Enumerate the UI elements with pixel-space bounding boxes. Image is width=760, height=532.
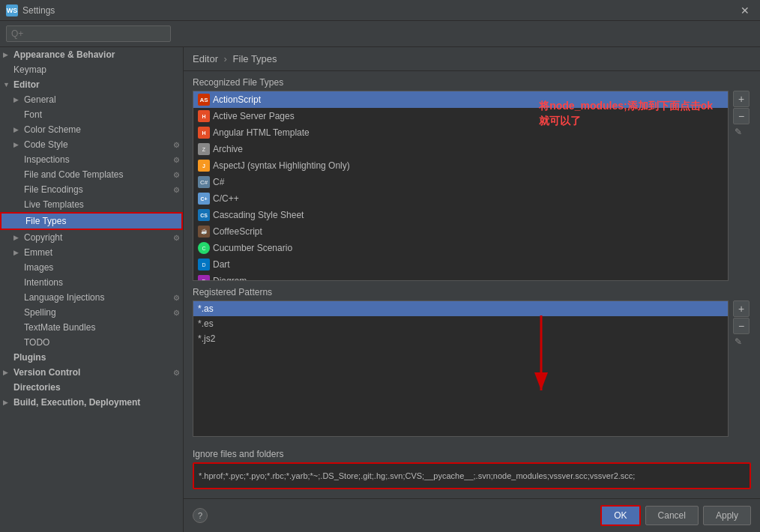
gear-icon: ⚙ bbox=[173, 186, 180, 194]
sidebar-item-label: Keymap bbox=[13, 64, 180, 75]
ignore-files-input[interactable] bbox=[193, 462, 751, 489]
list-item-label: C# bbox=[213, 177, 224, 187]
sidebar-item-label: File Types bbox=[25, 216, 178, 226]
sidebar-item-label: Inspections bbox=[24, 154, 170, 165]
sidebar-item-label: Copyright bbox=[24, 232, 170, 243]
filetype-icon: J bbox=[198, 160, 210, 172]
list-item[interactable]: D Diagram bbox=[193, 273, 728, 281]
list-item[interactable]: Z Archive bbox=[193, 141, 728, 157]
list-item[interactable]: C# C# bbox=[193, 174, 728, 190]
gear-icon: ⚙ bbox=[173, 309, 180, 317]
remove-pattern-button[interactable]: − bbox=[733, 318, 750, 334]
sidebar-item-language-injections[interactable]: Language Injections ⚙ bbox=[0, 290, 183, 305]
sidebar-item-label: Directories bbox=[13, 382, 180, 393]
list-item-label: C/C++ bbox=[213, 193, 239, 204]
sidebar-item-code-style[interactable]: ▶ Code Style ⚙ bbox=[0, 137, 183, 152]
file-types-side-buttons: + − ✎ bbox=[732, 91, 751, 281]
gear-icon: ⚙ bbox=[173, 156, 180, 164]
list-item[interactable]: C+ C/C++ bbox=[193, 190, 728, 207]
sidebar-item-images[interactable]: Images bbox=[0, 260, 183, 275]
app-icon: WS bbox=[6, 4, 18, 16]
sidebar-item-label: TextMate Bundles bbox=[24, 322, 180, 333]
content-area: Recognized File Types AS ActionScript H … bbox=[184, 71, 760, 498]
sidebar-item-version-control[interactable]: ▶ Version Control ⚙ bbox=[0, 365, 183, 380]
patterns-list-area: *.as *.es *.js2 + − ✎ bbox=[193, 300, 751, 437]
sidebar-item-copyright[interactable]: ▶ Copyright ⚙ bbox=[0, 230, 183, 245]
remove-file-type-button[interactable]: − bbox=[733, 108, 750, 124]
add-file-type-button[interactable]: + bbox=[733, 91, 750, 107]
patterns-section: Registered Patterns *.as *.es *.js2 bbox=[193, 287, 751, 437]
sidebar-item-live-templates[interactable]: Live Templates bbox=[0, 197, 183, 212]
recognized-file-types-list[interactable]: AS ActionScript H Active Server Pages H … bbox=[193, 91, 729, 281]
apply-button[interactable]: Apply bbox=[703, 506, 751, 525]
filetype-icon: C# bbox=[198, 176, 210, 188]
sidebar-item-color-scheme[interactable]: ▶ Color Scheme bbox=[0, 122, 183, 137]
list-item[interactable]: *.js2 bbox=[193, 331, 728, 346]
breadcrumb-separator: › bbox=[224, 53, 227, 64]
title-bar: WS Settings ✕ bbox=[0, 0, 760, 21]
list-item-label: *.js2 bbox=[198, 333, 215, 344]
sidebar-item-build-execution[interactable]: ▶ Build, Execution, Deployment bbox=[0, 395, 183, 410]
sidebar-item-font[interactable]: Font bbox=[0, 107, 183, 122]
filetype-icon: C bbox=[198, 242, 210, 254]
sidebar-item-spelling[interactable]: Spelling ⚙ bbox=[0, 305, 183, 320]
list-item[interactable]: CS Cascading Style Sheet bbox=[193, 207, 728, 223]
list-item-label: Cucumber Scenario bbox=[213, 243, 292, 253]
sidebar-item-label: File and Code Templates bbox=[24, 169, 170, 180]
sidebar-item-editor[interactable]: ▼ Editor bbox=[0, 77, 183, 92]
sidebar-item-emmet[interactable]: ▶ Emmet bbox=[0, 245, 183, 260]
list-item-label: CoffeeScript bbox=[213, 226, 262, 237]
sidebar-item-label: Editor bbox=[13, 79, 180, 90]
sidebar-item-appearance[interactable]: ▶ Appearance & Behavior bbox=[0, 47, 183, 62]
filetype-icon: H bbox=[198, 110, 210, 122]
filetype-icon: D bbox=[198, 259, 210, 270]
list-item-label: *.as bbox=[198, 303, 214, 314]
list-item[interactable]: C Cucumber Scenario bbox=[193, 240, 728, 256]
list-item-label: AspectJ (syntax Highlighting Only) bbox=[213, 160, 350, 171]
sidebar-item-file-code-templates[interactable]: File and Code Templates ⚙ bbox=[0, 167, 183, 182]
gear-icon: ⚙ bbox=[173, 294, 180, 302]
add-pattern-button[interactable]: + bbox=[733, 300, 750, 317]
sidebar-item-file-types[interactable]: File Types bbox=[0, 212, 183, 230]
sidebar-item-plugins[interactable]: Plugins bbox=[0, 350, 183, 365]
close-button[interactable]: ✕ bbox=[736, 3, 754, 18]
sidebar-item-general[interactable]: ▶ General bbox=[0, 92, 183, 107]
sidebar-item-textmate-bundles[interactable]: TextMate Bundles bbox=[0, 320, 183, 335]
arrow-icon: ▼ bbox=[3, 81, 13, 88]
arrow-icon: ▶ bbox=[3, 51, 13, 58]
settings-dialog: ▶ Appearance & Behavior Keymap ▼ Editor … bbox=[0, 21, 760, 532]
list-item[interactable]: *.es bbox=[193, 316, 728, 331]
sidebar-item-directories[interactable]: Directories bbox=[0, 380, 183, 395]
sidebar-item-label: General bbox=[24, 94, 180, 105]
list-item[interactable]: AS ActionScript bbox=[193, 91, 728, 108]
sidebar-item-file-encodings[interactable]: File Encodings ⚙ bbox=[0, 182, 183, 197]
breadcrumb: Editor › File Types bbox=[184, 47, 760, 71]
list-item-label: Angular HTML Template bbox=[213, 127, 310, 138]
list-item[interactable]: H Active Server Pages bbox=[193, 108, 728, 124]
help-button[interactable]: ? bbox=[193, 508, 208, 523]
breadcrumb-file-types: File Types bbox=[233, 53, 277, 64]
search-input[interactable] bbox=[6, 25, 171, 42]
sidebar-item-keymap[interactable]: Keymap bbox=[0, 62, 183, 77]
sidebar-item-label: Appearance & Behavior bbox=[13, 49, 180, 60]
list-item[interactable]: *.as bbox=[193, 301, 728, 316]
sidebar-item-label: Spelling bbox=[24, 307, 170, 318]
arrow-icon: ▶ bbox=[13, 234, 24, 241]
sidebar-item-intentions[interactable]: Intentions bbox=[0, 275, 183, 290]
gear-icon: ⚙ bbox=[173, 141, 180, 149]
list-item[interactable]: H Angular HTML Template bbox=[193, 124, 728, 141]
sidebar-item-inspections[interactable]: Inspections ⚙ bbox=[0, 152, 183, 167]
sidebar-item-label: Build, Execution, Deployment bbox=[13, 397, 180, 408]
list-item[interactable]: ☕ CoffeeScript bbox=[193, 223, 728, 240]
edit-pattern-button[interactable]: ✎ bbox=[733, 335, 750, 348]
edit-file-type-button[interactable]: ✎ bbox=[733, 125, 750, 139]
registered-patterns-list[interactable]: *.as *.es *.js2 bbox=[193, 300, 729, 437]
list-item[interactable]: J AspectJ (syntax Highlighting Only) bbox=[193, 157, 728, 174]
ok-button[interactable]: OK bbox=[600, 505, 640, 526]
sidebar-item-label: File Encodings bbox=[24, 184, 170, 195]
sidebar-item-todo[interactable]: TODO bbox=[0, 335, 183, 350]
gear-icon: ⚙ bbox=[173, 369, 180, 377]
sidebar-item-label: Version Control bbox=[13, 367, 170, 378]
list-item[interactable]: D Dart bbox=[193, 256, 728, 273]
cancel-button[interactable]: Cancel bbox=[645, 506, 699, 525]
